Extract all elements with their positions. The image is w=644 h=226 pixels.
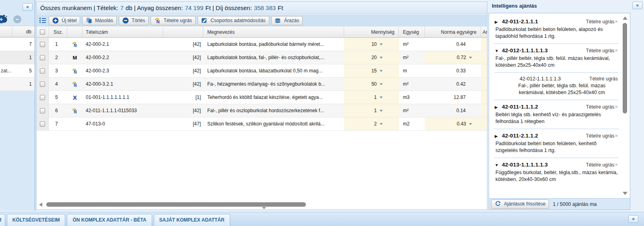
expand-arrow-icon[interactable]: ▼ [495,163,502,167]
scroll-left-icon[interactable] [39,203,42,207]
row-checkbox[interactable] [40,121,45,127]
scrollbar-thumb[interactable] [46,202,306,207]
recommendation-item[interactable]: ▼ 42-013-1.1.1.1.1.3 Tételre ugrás × Füg… [494,158,619,187]
col-header-type[interactable] [67,27,83,37]
recommendation-code: 42-011-2.1.1.2 [502,133,538,139]
tab-sajat-komplex-adattar[interactable]: SAJÁT KOMPLEX ADATTÁR [154,214,230,226]
horizontal-scrollbar[interactable] [38,202,485,207]
summary-prefix: Összes munkanem | Tételek: [40,4,118,11]
remove-worksection-icon[interactable]: − [13,15,21,23]
col-header-anyag[interactable]: Any [481,27,487,37]
expand-arrow-icon[interactable]: ▼ [495,49,502,53]
recommendation-subitem[interactable]: 42-012-1.1.1.1.1.3 Tételre ugrás Fal-, p… [495,72,618,96]
expand-arrow-icon[interactable]: ▶ [495,20,502,24]
copy-button[interactable]: Másolás [82,16,117,25]
norma-cell[interactable]: 0.72 [425,51,481,64]
collapse-bottom-bar-button[interactable]: » [628,215,638,223]
col-header-tetelszam[interactable]: Tételszám [83,27,163,37]
expand-arrow-icon[interactable]: ▶ [495,105,502,109]
refresh-recommendations-button[interactable]: Ajánlások frissítése [491,199,549,209]
recommendations-card: ▶ 42-011-2.1.1.1 Tételre ugrás × Padlóbu… [489,13,630,210]
on-logo-icon: N [67,64,83,77]
fee-total: 358 383 [254,4,276,11]
table-row[interactable]: 6 N 42-011-1.1.1.1-0115033 [42] Fal-, pi… [37,104,487,117]
jump-to-item-link[interactable]: Tételre ugrás [586,19,615,25]
panel-collapse-handle[interactable] [259,207,269,210]
jump-to-item-link[interactable]: Tételre ugrás [586,104,615,110]
delete-button[interactable]: Törlés [119,16,149,25]
quantity-cell[interactable]: 1 [344,104,399,117]
quantity-cell[interactable]: 2 [344,117,399,130]
table-row[interactable]: 5 X 01-001-1.1.1.1.1.1.1 [1] Teherhordó … [37,91,487,104]
worksection-row[interactable]: 1 [0,51,35,64]
row-checkbox[interactable] [40,68,45,74]
category-bracket: [42] [163,78,203,90]
quantity-cell[interactable]: 1 [344,91,399,104]
row-checkbox[interactable] [40,42,45,47]
jump-to-item-button[interactable]: N Tételre ugrás [151,16,196,25]
unit-cell: m2 [399,117,425,130]
scroll-up-icon[interactable] [623,16,627,20]
close-icon[interactable]: × [615,18,618,25]
item-name: Lapburkolatok bontása, padlóburkolat bár… [203,38,344,51]
col-header-mennyiseg[interactable]: Mennyiség [344,27,399,37]
row-checkbox[interactable] [40,108,45,113]
quantity-cell[interactable]: 50 [344,78,399,90]
scroll-down-icon[interactable] [623,192,627,195]
close-icon[interactable]: × [615,47,618,53]
recommendation-item[interactable]: ▼ 42-012-1.1.1.1.1.3 Tételre ugrás × Fal… [494,43,619,100]
collapse-left-panel-button[interactable]: « [23,3,33,11]
norma-cell: 12.87 [425,91,481,104]
recommendation-item[interactable]: ▶ 42-011-1.1.1.2 Tételre ugrás × Beltéri… [494,100,619,129]
quantity-cell[interactable]: 20 [344,51,399,64]
close-icon[interactable]: × [615,104,618,110]
bulk-edit-button[interactable]: Csoportos adatmódosítás [198,16,269,25]
scrollbar-thumb[interactable] [623,23,627,113]
item-number: 42-000-2.2 [83,51,163,64]
jump-to-item-link[interactable]: Tételre ugrás [586,133,615,139]
col-header-bracket[interactable] [163,27,203,37]
dropdown-arrow-icon [380,123,383,125]
select-all-checkbox[interactable] [40,29,45,35]
items-toolbar: Új tétel Másolás Törlés N Tételre ugrás [37,14,487,27]
row-checkbox[interactable] [40,82,45,87]
pricing-button[interactable]: Árazás [271,16,303,25]
category-bracket: [47] [163,117,203,130]
worksection-row[interactable]: 7 [0,38,35,51]
expand-arrow-icon[interactable]: ▶ [495,134,502,138]
table-row[interactable]: 4 N 42-000-3.2.1 [42] Fa-, hézagmentes m… [37,78,487,91]
col-header-norma[interactable]: Norma egységre [425,27,481,37]
svg-text:N: N [74,43,76,47]
recommendation-item[interactable]: ▶ 42-011-2.1.1.1 Tételre ugrás × Padlóbu… [494,15,619,43]
norma-cell[interactable]: 0.43 [425,117,481,130]
coins-icon [274,16,282,25]
tab-koltsegveteseim[interactable]: KÖLTSÉGVETÉSEIM [7,214,66,226]
col-header-ssz[interactable]: Ssz. [49,27,67,37]
close-icon[interactable]: × [615,133,618,139]
jump-to-item-link[interactable]: Tételre ugrás [586,48,615,53]
col-header-megnevezes[interactable]: Megnevezés [203,27,344,37]
row-checkbox[interactable] [40,55,45,60]
subitem-description: Fal-, pillér beltér, tégla stb. felül. m… [495,82,618,96]
worksection-row[interactable]: 1 [0,78,35,91]
collapse-sidebar-button[interactable]: » [632,2,642,9]
close-icon[interactable]: × [615,162,618,168]
new-item-button[interactable]: Új tétel [49,16,80,25]
jump-to-item-link[interactable]: Tételre ugrás [589,76,618,82]
tab-truncated[interactable]: R [0,214,5,226]
quantity-cell[interactable]: 10 [344,38,399,51]
quantity-cell[interactable]: 15 [344,64,399,77]
recommendation-description: Padlóburkolat beltéri beton felületen, k… [495,140,618,154]
table-row[interactable]: 1 N 42-000-2.1 [42] Lapburkolatok bontás… [37,38,487,51]
table-row[interactable]: 2 M 42-000-2.2 [42] Lapburkolatok bontás… [37,51,487,64]
jump-to-item-link[interactable]: Tételre ugrás [586,162,615,168]
worksection-row[interactable]: zat... 5 [0,64,35,78]
table-row[interactable]: 3 N 42-000-2.3 [42] Lapburkolatok bontás… [37,64,487,78]
numbered-list-icon[interactable] [39,16,47,25]
recommendation-item[interactable]: ▶ 42-011-2.1.1.2 Tételre ugrás × Padlóbu… [494,129,619,158]
col-header-egyseg[interactable]: Egység [399,27,425,37]
vertical-scrollbar[interactable] [621,15,629,197]
table-row[interactable]: 7 47-013-0 [47] Szilikon festések, szili… [37,117,487,131]
row-checkbox[interactable] [40,95,45,100]
tab-on-komplex-adattar-beta[interactable]: ÖN KOMPLEX ADATTÁR - BÉTA [67,214,152,226]
